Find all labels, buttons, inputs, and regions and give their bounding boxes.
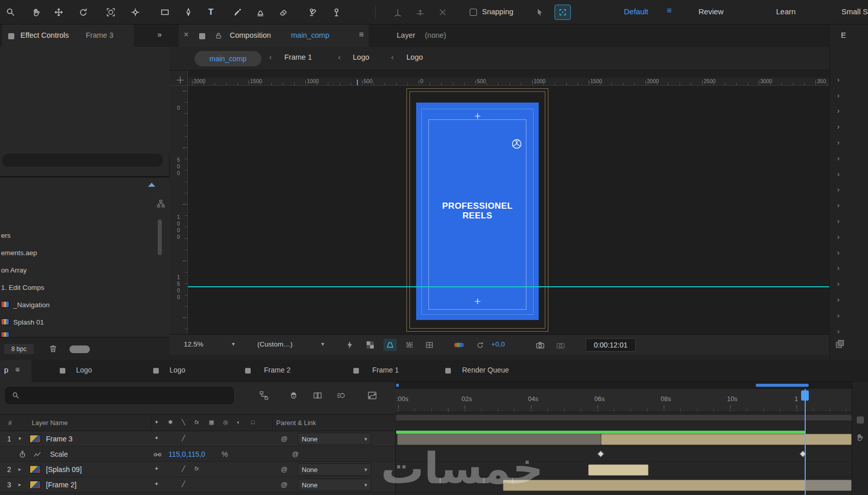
parent-dropdown[interactable]: None ▾ bbox=[298, 463, 371, 476]
lock-icon[interactable] bbox=[214, 32, 223, 40]
grid-guides-button[interactable] bbox=[423, 339, 436, 351]
expand-panel-chevron-icon[interactable]: › bbox=[833, 150, 844, 166]
zoom-level-dropdown[interactable]: 12.5% bbox=[184, 340, 203, 348]
frame-blending-button[interactable] bbox=[310, 388, 325, 403]
expand-panel-chevron-icon[interactable]: › bbox=[833, 118, 844, 134]
mask-visibility-button[interactable] bbox=[383, 339, 397, 351]
layer-bar-segment[interactable] bbox=[588, 464, 648, 476]
hand-scroll-icon[interactable] bbox=[855, 433, 864, 442]
expand-panel-chevron-icon[interactable]: › bbox=[833, 307, 844, 323]
layer-handle-bottom[interactable] bbox=[475, 299, 480, 304]
layer-row[interactable]: 1 ▾ Frame 3 ✦ ╱ @ None ▾ bbox=[0, 431, 395, 447]
expand-panel-chevron-icon[interactable]: › bbox=[833, 197, 844, 213]
breadcrumb-item[interactable]: Frame 1 bbox=[284, 53, 312, 61]
layer-switch-icon[interactable]: ✦ bbox=[154, 435, 159, 441]
exposure-value[interactable]: +0,0 bbox=[491, 340, 505, 348]
layer-row[interactable]: 3 ▸ [Frame 2] ✦ ╱ @ None ▾ bbox=[0, 477, 395, 492]
breadcrumb-current-comp[interactable]: main_comp bbox=[195, 51, 261, 66]
region-of-interest-button[interactable] bbox=[403, 339, 416, 351]
timeline-tab[interactable]: Logo bbox=[170, 366, 185, 374]
expand-panel-chevron-icon[interactable]: › bbox=[833, 103, 844, 119]
expand-panel-chevron-icon[interactable]: › bbox=[833, 134, 844, 150]
close-tab-icon[interactable]: × bbox=[184, 30, 188, 39]
timeline-tab[interactable]: Render Queue bbox=[462, 366, 509, 374]
layer-name[interactable]: [Frame 2] bbox=[46, 481, 77, 489]
expand-panel-chevron-icon[interactable]: › bbox=[833, 229, 844, 244]
expand-panel-chevron-icon[interactable]: › bbox=[833, 260, 844, 276]
pick-whip-icon[interactable]: @ bbox=[281, 465, 287, 473]
shy-layers-button[interactable] bbox=[286, 388, 301, 403]
collapsed-panel-label[interactable]: E bbox=[841, 31, 846, 39]
column-divider[interactable] bbox=[272, 415, 273, 432]
layer-row[interactable]: 2 ▸ [Splash 09] ✦ ╱ fx @ None ▾ bbox=[0, 462, 395, 477]
expand-panel-chevron-icon[interactable]: › bbox=[833, 87, 844, 103]
sort-collapse-arrow[interactable] bbox=[148, 183, 155, 187]
work-area-start-handle[interactable] bbox=[396, 384, 399, 387]
ruler-origin-corner[interactable] bbox=[170, 70, 188, 86]
work-area-bar[interactable] bbox=[396, 415, 852, 420]
composition-viewport[interactable]: PROFESSIONEL REELS bbox=[188, 86, 829, 334]
timecode-display[interactable]: 0:00:12:01 bbox=[586, 338, 636, 352]
world-axis-mode-button[interactable] bbox=[411, 3, 430, 21]
stopwatch-icon[interactable] bbox=[18, 450, 27, 458]
bit-depth-button[interactable]: 8 bpc bbox=[4, 344, 34, 354]
composition-tab-title[interactable]: Composition bbox=[230, 31, 271, 39]
reset-exposure-button[interactable] bbox=[474, 339, 486, 351]
layer-name[interactable]: Frame 3 bbox=[46, 435, 73, 443]
workspace-default[interactable]: Default bbox=[624, 7, 648, 16]
graph-editor-button[interactable] bbox=[365, 388, 380, 403]
column-number[interactable]: # bbox=[8, 419, 12, 427]
clone-stamp-tool-button[interactable] bbox=[251, 3, 270, 21]
timeline-tab-active[interactable]: p ≡ bbox=[0, 360, 32, 382]
parent-dropdown[interactable]: None ▾ bbox=[298, 479, 371, 491]
property-name[interactable]: Scale bbox=[50, 450, 68, 458]
timeline-tab[interactable]: Frame 2 bbox=[264, 366, 291, 374]
expand-panel-chevron-icon[interactable]: › bbox=[833, 323, 844, 339]
column-layer-name[interactable]: Layer Name bbox=[32, 419, 68, 427]
puppet-pin-tool-button[interactable] bbox=[327, 3, 346, 21]
rectangle-tool-button[interactable] bbox=[155, 3, 175, 21]
rotate-tool-button[interactable] bbox=[74, 3, 93, 21]
tab-menu-icon[interactable]: ≡ bbox=[15, 365, 20, 374]
current-time-indicator-handle[interactable] bbox=[801, 390, 809, 401]
viewer-menu-icon[interactable]: ≡ bbox=[359, 30, 364, 39]
comp-marker-bin-icon[interactable] bbox=[857, 416, 864, 424]
column-parent-link[interactable]: Parent & Link bbox=[276, 419, 316, 427]
expand-panel-chevron-icon[interactable]: › bbox=[833, 71, 844, 87]
chevron-down-icon[interactable]: ▾ bbox=[232, 340, 235, 348]
expand-panel-chevron-icon[interactable]: › bbox=[833, 244, 844, 260]
eraser-tool-button[interactable] bbox=[274, 3, 293, 21]
orbit-camera-tool-button[interactable] bbox=[101, 3, 120, 21]
quality-switch-icon[interactable]: ╱ bbox=[182, 481, 185, 487]
fx-switch-icon[interactable]: fx bbox=[195, 465, 199, 472]
parent-dropdown[interactable]: None ▾ bbox=[298, 433, 371, 445]
brush-tool-button[interactable] bbox=[228, 3, 247, 21]
composition-tab-comp-name[interactable]: main_comp bbox=[291, 31, 329, 39]
expand-panel-chevron-icon[interactable]: › bbox=[833, 276, 844, 291]
snapping-checkbox[interactable] bbox=[470, 9, 477, 16]
view-axis-mode-button[interactable] bbox=[433, 3, 452, 21]
dimension-link-icon[interactable] bbox=[153, 452, 162, 457]
expand-panel-chevron-icon[interactable]: › bbox=[833, 213, 844, 229]
search-input[interactable] bbox=[20, 392, 233, 400]
layer-switch-icon[interactable]: ✦ bbox=[154, 481, 159, 487]
frame-blend-column-icon[interactable]: ▦ bbox=[209, 419, 214, 426]
workspace-learn[interactable]: Learn bbox=[776, 7, 795, 16]
motion-blur-column-icon[interactable]: ◎ bbox=[223, 419, 228, 426]
motion-blur-button[interactable] bbox=[333, 388, 349, 403]
horizontal-scrollbar-thumb[interactable] bbox=[69, 345, 90, 353]
expand-panel-chevron-icon[interactable]: › bbox=[833, 291, 844, 307]
channel-select-button[interactable] bbox=[451, 339, 467, 351]
show-snapshot-button[interactable] bbox=[553, 339, 568, 351]
layer-bar-segment[interactable] bbox=[805, 480, 852, 491]
loop-region-bar[interactable] bbox=[756, 384, 809, 387]
project-item[interactable]: _Navigation bbox=[0, 296, 163, 313]
pick-whip-icon[interactable]: @ bbox=[292, 450, 299, 458]
project-item[interactable]: on Array bbox=[0, 261, 163, 279]
panel-overflow-button[interactable]: » bbox=[157, 30, 162, 39]
horizontal-guide-line[interactable] bbox=[188, 286, 829, 287]
type-tool-button[interactable]: T bbox=[201, 3, 221, 21]
layer-bar-segment[interactable] bbox=[503, 480, 805, 491]
project-item[interactable]: Splash 01 bbox=[0, 313, 163, 331]
comp-layer-blue[interactable]: PROFESSIONEL REELS bbox=[416, 103, 539, 320]
